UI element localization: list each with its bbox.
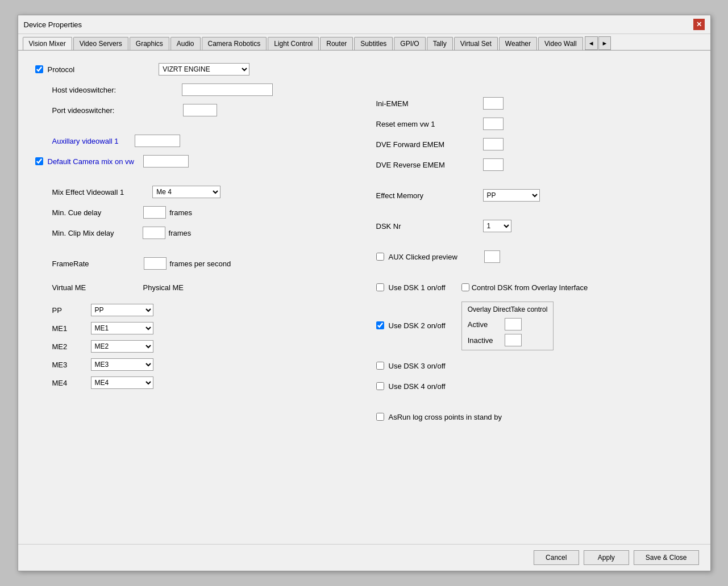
reset-emem-input[interactable]: 49 bbox=[483, 118, 504, 130]
control-dsk-row: Control DSK from Overlay Interface bbox=[461, 280, 588, 295]
footer: Cancel Apply Save & Close bbox=[18, 544, 710, 571]
reset-emem-row: Reset emem vw 1 49 bbox=[376, 116, 672, 131]
aux-clicked-row: AUX Clicked preview 1 bbox=[376, 249, 672, 264]
tab-audio[interactable]: Audio bbox=[170, 37, 201, 50]
default-camera-row: Default Camera mix on vw 4 bbox=[35, 154, 353, 169]
tab-weather[interactable]: Weather bbox=[499, 37, 537, 50]
pm-me4-select[interactable]: PPME1ME2ME3ME4 bbox=[91, 376, 153, 389]
tab-subtitles[interactable]: Subtitles bbox=[354, 37, 393, 50]
tab-bar: Vision Mixer Video Servers Graphics Audi… bbox=[18, 34, 710, 51]
use-dsk2-checkbox[interactable] bbox=[376, 321, 384, 329]
use-dsk1-label: Use DSK 1 on/off bbox=[389, 283, 446, 292]
physical-me-header: Physical ME bbox=[143, 283, 184, 292]
overlay-group: Overlay DirectTake control Active Inacti… bbox=[461, 302, 554, 350]
ini-emem-input[interactable]: 99 bbox=[483, 97, 504, 110]
vm-row-me4: ME4 PPME1ME2ME3ME4 bbox=[52, 375, 353, 390]
title-bar: Device Properties ✕ bbox=[18, 15, 710, 34]
vm-row-pp: PP PPME1ME2ME3ME4 bbox=[52, 303, 353, 317]
dve-forward-label: DVE Forward EMEM bbox=[376, 140, 479, 149]
save-close-button[interactable]: Save & Close bbox=[634, 550, 699, 565]
tab-video-servers[interactable]: Video Servers bbox=[73, 37, 128, 50]
use-dsk3-checkbox[interactable] bbox=[376, 362, 384, 370]
aux-clicked-input[interactable]: 1 bbox=[484, 250, 500, 263]
active-color-box[interactable] bbox=[505, 318, 522, 330]
aux-videowall-input[interactable]: 4 bbox=[135, 135, 180, 147]
tab-scroll-right[interactable]: ► bbox=[598, 36, 611, 50]
reset-emem-label: Reset emem vw 1 bbox=[376, 120, 479, 128]
default-camera-checkbox[interactable] bbox=[35, 157, 43, 165]
tab-video-wall[interactable]: Video Wall bbox=[538, 37, 583, 50]
tab-scroll-left[interactable]: ◄ bbox=[585, 36, 598, 50]
pm-me3-select[interactable]: PPME1ME2ME3ME4 bbox=[91, 358, 153, 371]
close-button[interactable]: ✕ bbox=[693, 19, 705, 30]
overlay-active-row: Active bbox=[468, 318, 548, 330]
effect-memory-select[interactable]: PPME1ME2ME3 bbox=[483, 189, 540, 202]
min-cue-row: Min. Cue delay 25 frames bbox=[52, 205, 353, 220]
default-camera-input[interactable]: 4 bbox=[143, 155, 189, 168]
protocol-select[interactable]: VIZRT ENGINE Ross Acuity Sony MVS Grass … bbox=[159, 63, 249, 76]
mix-effect-row: Mix Effect Videowall 1 Me 1 Me 2 Me 3 Me… bbox=[52, 185, 353, 199]
active-label: Active bbox=[468, 320, 499, 329]
mix-effect-select[interactable]: Me 1 Me 2 Me 3 Me 4 bbox=[152, 186, 221, 198]
host-row: Host videoswitcher: 10.211.1.145 bbox=[52, 82, 353, 97]
effect-memory-label: Effect Memory bbox=[376, 191, 479, 200]
tab-light-control[interactable]: Light Control bbox=[268, 37, 319, 50]
aux-videowall-row: Auxillary videowall 1 4 bbox=[52, 133, 353, 148]
framerate-input[interactable]: 25 bbox=[144, 257, 167, 270]
host-input[interactable]: 10.211.1.145 bbox=[182, 83, 273, 96]
cancel-button[interactable]: Cancel bbox=[534, 550, 579, 565]
min-clip-input[interactable]: 10 bbox=[143, 227, 165, 239]
min-clip-label: Min. Clip Mix delay bbox=[52, 229, 114, 237]
dve-forward-input[interactable]: 97 bbox=[483, 138, 504, 150]
use-dsk4-row: Use DSK 4 on/off bbox=[376, 379, 672, 394]
tab-vision-mixer[interactable]: Vision Mixer bbox=[23, 37, 72, 51]
tab-camera-robotics[interactable]: Camera Robotics bbox=[202, 37, 267, 50]
use-dsk1-checkbox[interactable] bbox=[376, 283, 384, 291]
host-label: Host videoswitcher: bbox=[52, 86, 117, 94]
protocol-checkbox[interactable] bbox=[35, 65, 43, 73]
min-cue-label: Min. Cue delay bbox=[52, 208, 102, 217]
use-dsk4-label: Use DSK 4 on/off bbox=[389, 382, 446, 391]
virtual-me-header: Virtual ME bbox=[52, 283, 86, 292]
pm-pp-select[interactable]: PPME1ME2ME3ME4 bbox=[91, 304, 153, 316]
aux-videowall-label: Auxillary videowall 1 bbox=[52, 137, 119, 145]
asrun-checkbox[interactable] bbox=[376, 413, 384, 421]
tab-gpi-o[interactable]: GPI/O bbox=[394, 37, 425, 50]
aux-clicked-checkbox[interactable] bbox=[376, 253, 384, 261]
control-dsk-checkbox[interactable] bbox=[461, 283, 469, 291]
tab-router[interactable]: Router bbox=[320, 37, 353, 50]
framerate-label: FrameRate bbox=[52, 259, 89, 268]
vm-me3-label: ME3 bbox=[52, 361, 86, 369]
dve-forward-row: DVE Forward EMEM 97 bbox=[376, 137, 672, 152]
window-title: Device Properties bbox=[24, 20, 82, 29]
aux-clicked-label: AUX Clicked preview bbox=[389, 253, 480, 261]
use-dsk4-checkbox[interactable] bbox=[376, 382, 384, 390]
tab-graphics[interactable]: Graphics bbox=[130, 37, 169, 50]
tab-tally[interactable]: Tally bbox=[427, 37, 453, 50]
left-column: Protocol VIZRT ENGINE Ross Acuity Sony M… bbox=[35, 62, 353, 390]
vm-me4-label: ME4 bbox=[52, 379, 86, 387]
default-camera-label: Default Camera mix on vw bbox=[48, 157, 134, 166]
overlay-direct-title: Overlay DirectTake control bbox=[468, 305, 548, 313]
protocol-label: Protocol bbox=[48, 65, 75, 74]
min-cue-input[interactable]: 25 bbox=[143, 206, 166, 219]
use-dsk2-label: Use DSK 2 on/off bbox=[389, 321, 446, 330]
dsk-nr-select[interactable]: 1234 bbox=[483, 220, 511, 232]
use-dsk1-row: Use DSK 1 on/off Control DSK from Overla… bbox=[376, 280, 672, 295]
inactive-label: Inactive bbox=[468, 336, 499, 345]
pm-me1-select[interactable]: PPME1ME2ME3ME4 bbox=[91, 322, 153, 334]
use-dsk3-label: Use DSK 3 on/off bbox=[389, 362, 446, 370]
pm-me2-select[interactable]: PPME1ME2ME3ME4 bbox=[91, 340, 153, 353]
ini-emem-row: Ini-EMEM 99 bbox=[376, 96, 672, 111]
dve-reverse-label: DVE Reverse EMEM bbox=[376, 161, 479, 169]
dsk-nr-row: DSK Nr 1234 bbox=[376, 219, 672, 233]
apply-button[interactable]: Apply bbox=[584, 550, 629, 565]
min-clip-unit: frames bbox=[169, 229, 192, 237]
tab-virtual-set[interactable]: Virtual Set bbox=[454, 37, 498, 50]
min-cue-unit: frames bbox=[169, 208, 192, 217]
tab-content: Protocol VIZRT ENGINE Ross Acuity Sony M… bbox=[18, 51, 710, 544]
inactive-color-box[interactable] bbox=[505, 334, 522, 346]
framerate-unit: frames per second bbox=[170, 259, 231, 268]
dve-reverse-input[interactable]: 98 bbox=[483, 158, 504, 171]
port-input[interactable]: 6100 bbox=[183, 104, 217, 116]
